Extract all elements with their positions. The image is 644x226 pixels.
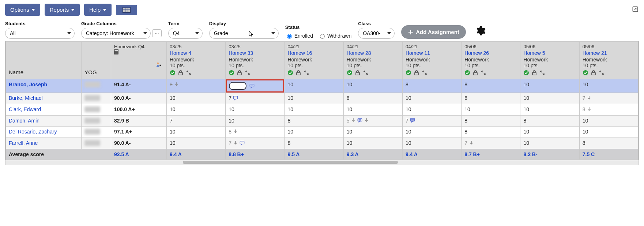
expand-icon[interactable] xyxy=(304,70,309,77)
score-cell[interactable]: 10 xyxy=(343,127,402,138)
lock-icon[interactable] xyxy=(472,70,478,77)
score-cell[interactable]: 10 xyxy=(520,104,579,115)
score-cell[interactable]: 7 xyxy=(402,115,461,127)
score-cell[interactable]: 8 xyxy=(520,115,579,127)
score-cell[interactable]: 10 xyxy=(285,127,343,138)
score-cell[interactable]: 10 xyxy=(285,79,343,93)
grade-columns-select[interactable]: Category: Homework xyxy=(81,28,151,39)
expand-icon[interactable] xyxy=(481,70,486,77)
score-cell[interactable]: 10 xyxy=(520,79,579,93)
score-cell[interactable]: 8 xyxy=(343,93,402,104)
assignment-link[interactable]: Homew 33 xyxy=(229,49,281,57)
student-link[interactable]: Burke, Michael xyxy=(9,95,43,101)
score-cell[interactable]: 7 xyxy=(226,138,285,149)
assignment-link[interactable]: Homew 5 xyxy=(523,49,576,57)
expand-icon[interactable] xyxy=(363,70,369,77)
score-cell[interactable]: 8 xyxy=(285,115,343,127)
popout-icon[interactable] xyxy=(632,5,639,14)
expand-icon[interactable] xyxy=(245,70,251,77)
student-link[interactable]: Damon, Amin xyxy=(9,118,39,124)
score-cell[interactable]: 10 xyxy=(343,138,402,149)
assignment-link[interactable]: Homew 28 xyxy=(347,49,399,57)
expand-icon[interactable] xyxy=(186,70,192,77)
lock-icon[interactable] xyxy=(355,70,361,77)
score-cell[interactable]: 10 xyxy=(285,104,343,115)
term-select[interactable]: Q4 xyxy=(168,28,203,39)
comment-icon[interactable] xyxy=(240,140,245,147)
score-cell[interactable]: 7 xyxy=(462,138,520,149)
score-input[interactable] xyxy=(229,82,246,90)
options-button[interactable]: Options xyxy=(5,4,40,16)
score-cell[interactable]: 8 xyxy=(462,115,520,127)
score-cell[interactable]: 7 xyxy=(166,115,225,127)
reports-button[interactable]: Reports xyxy=(45,4,80,16)
lock-icon[interactable] xyxy=(414,70,419,77)
class-select[interactable]: OA300- xyxy=(358,28,395,39)
student-link[interactable]: Branco, Joseph xyxy=(9,82,47,87)
add-assignment-button[interactable]: Add Assignment xyxy=(401,25,466,39)
comment-icon[interactable] xyxy=(410,118,415,124)
score-cell[interactable]: 8 xyxy=(285,138,343,149)
score-cell[interactable]: 8 xyxy=(166,79,225,93)
students-select[interactable]: All xyxy=(5,28,75,39)
score-cell[interactable]: 10 xyxy=(462,104,520,115)
score-cell[interactable]: 10 xyxy=(166,93,225,104)
score-cell[interactable]: 10 xyxy=(579,115,638,127)
score-cell[interactable]: 10 xyxy=(402,93,461,104)
assignment-link[interactable]: Homew 21 xyxy=(583,49,635,57)
score-cell[interactable]: 8 xyxy=(579,104,638,115)
student-link[interactable]: Clark, Edward xyxy=(9,106,41,112)
grade-columns-more-button[interactable]: ··· xyxy=(152,29,162,37)
score-cell[interactable]: 8 xyxy=(226,127,285,138)
score-cell[interactable]: 10 xyxy=(402,127,461,138)
lock-icon[interactable] xyxy=(591,70,596,77)
score-cell[interactable]: 7 xyxy=(226,93,285,104)
score-cell[interactable]: 10 xyxy=(166,138,225,149)
score-cell[interactable]: 8 xyxy=(579,138,638,149)
comment-icon[interactable] xyxy=(249,83,255,88)
display-select[interactable]: Grade xyxy=(209,28,279,39)
score-cell[interactable]: 10 xyxy=(226,104,285,115)
score-cell[interactable]: 10 xyxy=(402,138,461,149)
score-cell[interactable]: 5 xyxy=(343,115,402,127)
expand-icon[interactable] xyxy=(422,70,428,77)
score-cell[interactable]: 8 xyxy=(462,127,520,138)
grid-view-button[interactable] xyxy=(116,5,137,15)
score-cell[interactable]: 10 xyxy=(579,127,638,138)
score-cell[interactable]: 7 xyxy=(579,93,638,104)
student-link[interactable]: Del Rosario, Zachary xyxy=(9,129,57,135)
gear-icon[interactable] xyxy=(475,25,486,39)
expand-icon[interactable] xyxy=(539,70,545,77)
lock-icon[interactable] xyxy=(178,70,184,77)
score-cell[interactable]: 10 xyxy=(285,93,343,104)
score-cell[interactable]: 10 xyxy=(343,104,402,115)
student-link[interactable]: Farrell, Anne xyxy=(9,140,38,146)
status-enrolled-radio[interactable] xyxy=(287,34,292,39)
lock-icon[interactable] xyxy=(237,70,242,77)
score-cell[interactable]: 8 xyxy=(402,79,461,93)
assignment-link[interactable]: Homew 4 xyxy=(170,49,222,57)
comment-icon[interactable] xyxy=(357,118,362,124)
score-cell[interactable]: 8 xyxy=(462,79,520,93)
horizontal-scrollbar[interactable] xyxy=(5,160,639,165)
score-cell[interactable]: 10 xyxy=(579,79,638,93)
lock-icon[interactable] xyxy=(531,70,537,77)
status-enrolled-option[interactable]: Enrolled xyxy=(285,33,313,39)
score-cell[interactable]: 10 xyxy=(166,104,225,115)
score-cell[interactable]: 10 xyxy=(520,138,579,149)
assignment-link[interactable]: Homew 26 xyxy=(464,49,517,57)
score-cell[interactable]: 10 xyxy=(343,79,402,93)
score-cell[interactable]: 10 xyxy=(520,93,579,104)
score-cell[interactable]: 10 xyxy=(520,127,579,138)
assignment-link[interactable]: Homew 16 xyxy=(287,49,340,57)
status-withdrawn-radio[interactable] xyxy=(320,34,325,39)
expand-icon[interactable] xyxy=(599,70,605,77)
status-withdrawn-option[interactable]: Withdrawn xyxy=(318,33,351,39)
assignment-link[interactable]: Homew 11 xyxy=(406,49,458,57)
comment-icon[interactable] xyxy=(233,95,238,102)
lock-icon[interactable] xyxy=(295,70,301,77)
score-cell[interactable]: 10 xyxy=(166,127,225,138)
score-cell[interactable]: 10 xyxy=(402,104,461,115)
score-cell[interactable] xyxy=(226,79,285,93)
help-button[interactable]: Help xyxy=(84,4,112,16)
